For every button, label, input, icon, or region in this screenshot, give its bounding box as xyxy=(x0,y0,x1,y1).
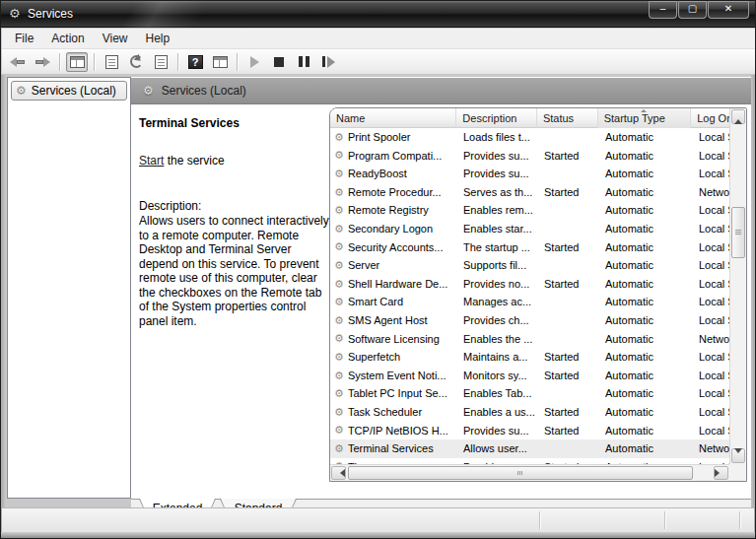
export-list-button[interactable] xyxy=(150,52,172,72)
cell-startup-type: Automatic xyxy=(599,147,693,166)
table-row[interactable]: ⚙SMS Agent HostProvides ch...AutomaticLo… xyxy=(330,311,729,330)
banner-gear-icon: ⚙ xyxy=(143,85,154,97)
pause-service-button[interactable] xyxy=(293,52,314,72)
table-row[interactable]: ⚙Secondary LogonEnables star...Automatic… xyxy=(330,220,729,238)
table-row[interactable]: ⚙Program Compati...Provides su...Started… xyxy=(330,147,729,166)
refresh-button[interactable] xyxy=(125,52,147,72)
scroll-right-button[interactable] xyxy=(714,466,728,480)
table-header: Name Description Status Startup Type Log… xyxy=(330,108,729,128)
table-row[interactable]: ⚙Software LicensingEnables the ...Automa… xyxy=(330,330,729,349)
column-header-description[interactable]: Description xyxy=(456,108,537,128)
service-gear-icon: ⚙ xyxy=(334,241,344,252)
table-row[interactable]: ⚙Tablet PC Input Se...Enables Tab...Auto… xyxy=(330,384,729,403)
minimize-button[interactable]: – xyxy=(649,1,677,19)
start-service-button[interactable] xyxy=(243,52,265,72)
down-arrow-icon xyxy=(734,448,742,463)
cell-log-on: Local Sy xyxy=(693,147,729,166)
cell-status: Started xyxy=(538,422,599,440)
cell-name: ⚙Smart Card xyxy=(330,293,457,311)
title-bar[interactable]: ⚙ Services – ▢ ✕ xyxy=(1,1,756,28)
table-row[interactable]: ⚙Remote RegistryEnables rem...AutomaticL… xyxy=(330,201,729,220)
properties-button[interactable] xyxy=(101,52,122,72)
scroll-down-button[interactable] xyxy=(731,448,745,463)
table-row[interactable]: ⚙ReadyBoostProvides su...AutomaticLocal … xyxy=(330,165,729,183)
service-gear-icon: ⚙ xyxy=(334,315,344,326)
cell-description: Provides su... xyxy=(457,147,538,166)
cell-name: ⚙Secondary Logon xyxy=(330,220,457,238)
cell-status xyxy=(538,330,599,349)
cell-log-on: Local Sy xyxy=(693,367,729,385)
service-gear-icon: ⚙ xyxy=(334,407,344,418)
cell-status xyxy=(538,293,599,311)
cell-description: Serves as th... xyxy=(457,183,538,202)
table-row[interactable]: ⚙Shell Hardware De...Provides no...Start… xyxy=(330,275,729,294)
cell-description: The startup ... xyxy=(457,238,538,257)
table-row[interactable]: ⚙Smart CardManages ac...AutomaticLocal S… xyxy=(330,293,729,311)
cell-description: Provides no... xyxy=(457,275,538,294)
pause-icon xyxy=(299,56,309,67)
window-frame-bottom xyxy=(1,532,755,538)
table-row[interactable]: ⚙Print SpoolerLoads files t...AutomaticL… xyxy=(330,128,729,147)
forward-button[interactable] xyxy=(32,52,53,72)
action-suffix: the service xyxy=(164,154,224,168)
menu-action[interactable]: Action xyxy=(42,30,93,47)
cell-description: Monitors sy... xyxy=(457,367,538,385)
column-header-startup-type[interactable]: Startup Type xyxy=(598,108,692,128)
restart-service-button[interactable] xyxy=(317,52,339,72)
show-action-pane-button[interactable] xyxy=(209,52,231,72)
cell-startup-type: Automatic xyxy=(599,275,693,294)
maximize-button[interactable]: ▢ xyxy=(678,1,707,19)
cell-description: Manages ac... xyxy=(457,293,538,311)
status-divider xyxy=(664,511,665,529)
column-header-status[interactable]: Status xyxy=(537,108,598,128)
column-header-name[interactable]: Name xyxy=(330,108,456,128)
menu-file[interactable]: File xyxy=(6,30,42,47)
help-icon: ? xyxy=(188,55,203,69)
table-row[interactable]: ⚙ServerSupports fil...AutomaticLocal Sy xyxy=(330,256,729,275)
scroll-left-button[interactable] xyxy=(331,466,346,480)
cell-status: Started xyxy=(538,183,599,202)
column-header-log-on[interactable]: Log On xyxy=(691,108,729,128)
table-row[interactable]: ⚙Terminal ServicesAllows user...Automati… xyxy=(330,439,729,458)
table-row[interactable]: ⚙Remote Procedur...Serves as th...Starte… xyxy=(330,183,729,202)
help-button[interactable]: ? xyxy=(184,52,206,72)
table-row[interactable]: ⚙SuperfetchMaintains a...StartedAutomati… xyxy=(330,348,729,367)
scroll-up-button[interactable] xyxy=(731,109,745,124)
export-list-icon xyxy=(155,55,168,69)
selected-service-title: Terminal Services xyxy=(139,116,332,130)
back-button[interactable] xyxy=(7,52,29,72)
stop-service-button[interactable] xyxy=(268,52,290,72)
vertical-scroll-thumb[interactable] xyxy=(731,207,745,258)
start-service-link[interactable]: Start xyxy=(139,154,164,168)
cell-name: ⚙Task Scheduler xyxy=(330,403,457,422)
close-button[interactable]: ✕ xyxy=(708,1,749,19)
window-title: Services xyxy=(28,7,73,21)
service-gear-icon: ⚙ xyxy=(334,224,344,235)
horizontal-scrollbar[interactable] xyxy=(330,464,729,481)
menu-help[interactable]: Help xyxy=(137,30,179,47)
table-row[interactable]: ⚙TCP/IP NetBIOS H...Provides su...Starte… xyxy=(330,422,729,440)
tree-item-services-local[interactable]: ⚙ Services (Local) xyxy=(11,81,127,101)
table-row[interactable]: ⚙Task SchedulerEnables a us...StartedAut… xyxy=(330,403,729,422)
up-arrow-icon xyxy=(734,109,742,124)
horizontal-scroll-thumb[interactable] xyxy=(348,466,693,480)
show-console-tree-button[interactable] xyxy=(66,52,88,72)
table-row[interactable]: ⚙System Event Noti...Monitors sy...Start… xyxy=(330,367,729,385)
service-gear-icon: ⚙ xyxy=(334,279,344,290)
menu-view[interactable]: View xyxy=(94,30,137,47)
cell-name: ⚙Superfetch xyxy=(330,348,457,367)
table-row[interactable]: ⚙Security Accounts...The startup ...Star… xyxy=(330,238,729,257)
cell-name: ⚙Terminal Services xyxy=(330,439,457,458)
cell-status xyxy=(538,439,599,458)
vertical-scrollbar[interactable] xyxy=(729,108,746,464)
cell-startup-type: Automatic xyxy=(599,256,693,275)
toolbar-separator xyxy=(94,53,95,71)
titlebar-sheen xyxy=(109,1,228,28)
services-window: ⚙ Services – ▢ ✕ File Action View Help ? xyxy=(0,0,756,539)
cell-log-on: Local Sy xyxy=(693,238,729,257)
cell-startup-type: Automatic xyxy=(599,367,693,385)
cell-status xyxy=(538,201,599,220)
cell-name: ⚙Print Spooler xyxy=(330,128,457,147)
cell-name: ⚙Shell Hardware De... xyxy=(330,275,457,294)
cell-startup-type: Automatic xyxy=(599,384,693,403)
